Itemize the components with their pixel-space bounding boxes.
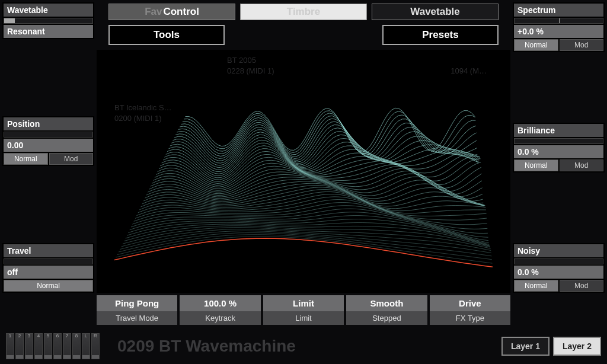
bottom-param-2[interactable]: LimitLimit: [263, 295, 344, 328]
param-wavetable: Wavetable Resonant: [2, 2, 94, 39]
param-spectrum: Spectrum +0.0 % Normal Mod: [513, 2, 605, 52]
meter-5: 5: [44, 333, 52, 359]
bottom-param-value: Smooth: [346, 295, 427, 311]
meter-7: 7: [63, 333, 71, 359]
param-slider[interactable]: [514, 18, 603, 24]
layer-2-button[interactable]: Layer 2: [553, 337, 601, 356]
top-tab-bar: FavControl Timbre Wavetable: [97, 2, 510, 21]
ghost-text: 0228 (MIDI 1): [227, 66, 274, 75]
mode-normal-button[interactable]: Normal: [514, 39, 558, 51]
bottom-param-1[interactable]: 100.0 %Keytrack: [180, 295, 260, 328]
bottom-param-0[interactable]: Ping PongTravel Mode: [97, 295, 177, 328]
right-parameter-panel: Spectrum +0.0 % Normal Mod Brilliance 0.…: [513, 2, 605, 293]
param-brilliance: Brilliance 0.0 % Normal Mod: [513, 123, 605, 173]
bottom-param-label: Limit: [263, 311, 344, 325]
meter-4: 4: [34, 333, 43, 359]
bottom-param-4[interactable]: DriveFX Type: [430, 295, 510, 328]
mode-mod-button[interactable]: Mod: [560, 39, 604, 51]
param-value: 0.0 %: [514, 145, 603, 158]
bottom-param-value: Drive: [430, 295, 510, 311]
param-value: off: [4, 266, 93, 279]
meter-8: 8: [72, 333, 81, 359]
footer-bar: 12345678LR 0209 BT Wavemachine Layer 1 L…: [0, 331, 607, 362]
bottom-param-label: Travel Mode: [97, 311, 177, 325]
tab-wavetable[interactable]: Wavetable: [372, 4, 499, 20]
param-value: 0.0 %: [514, 266, 603, 279]
param-slider[interactable]: [4, 258, 93, 264]
preset-name: 0209 BT Wavemachine: [106, 337, 496, 356]
mode-mod-button[interactable]: Mod: [560, 280, 604, 292]
ghost-text: BT Icelandic S…: [114, 103, 172, 112]
meter-1: 1: [6, 333, 14, 359]
param-label: Brilliance: [514, 124, 603, 137]
param-noisy: Noisy 0.0 % Normal Mod: [513, 243, 605, 293]
ghost-text: 1094 (M…: [451, 66, 487, 75]
mode-normal-button[interactable]: Normal: [514, 159, 558, 171]
mode-mod-button[interactable]: Mod: [49, 153, 94, 165]
bottom-param-value: 100.0 %: [180, 295, 260, 311]
meter-3: 3: [25, 333, 33, 359]
param-value: Resonant: [4, 25, 93, 38]
param-travel: Travel off Normal: [2, 243, 94, 293]
left-parameter-panel: Wavetable Resonant Position 0.00 Normal …: [2, 2, 94, 293]
meter-L: L: [82, 333, 90, 359]
param-slider[interactable]: [4, 18, 93, 24]
tools-button[interactable]: Tools: [108, 25, 225, 45]
ghost-text: BT 2005: [227, 56, 256, 65]
presets-button[interactable]: Presets: [382, 25, 499, 45]
ghost-text: 0200 (MIDI 1): [114, 114, 161, 123]
meter-R: R: [91, 333, 100, 359]
mode-normal-button[interactable]: Normal: [514, 280, 558, 292]
param-slider[interactable]: [514, 258, 603, 264]
wavetable-surface-icon: [97, 50, 510, 293]
layer-1-button[interactable]: Layer 1: [501, 337, 550, 356]
level-meters: 12345678LR: [6, 333, 100, 359]
bottom-param-label: Keytrack: [180, 311, 260, 325]
tab-timbre[interactable]: Timbre: [240, 4, 367, 20]
param-label: Position: [4, 117, 93, 130]
bottom-param-label: Stepped: [346, 311, 427, 325]
mode-normal-button[interactable]: Normal: [4, 280, 93, 292]
meter-2: 2: [15, 333, 24, 359]
bottom-param-3[interactable]: SmoothStepped: [346, 295, 427, 328]
param-label: Noisy: [514, 244, 603, 257]
param-label: Wavetable: [4, 4, 93, 17]
bottom-param-label: FX Type: [430, 311, 510, 325]
tab-control[interactable]: FavControl: [108, 4, 235, 20]
param-value: +0.0 %: [514, 25, 603, 38]
bottom-param-value: Limit: [263, 295, 344, 311]
bottom-parameter-row: Ping PongTravel Mode100.0 %KeytrackLimit…: [97, 295, 510, 328]
param-value: 0.00: [4, 139, 93, 152]
mode-mod-button[interactable]: Mod: [560, 159, 604, 171]
param-position: Position 0.00 Normal Mod: [2, 116, 94, 166]
param-slider[interactable]: [4, 132, 93, 138]
mode-normal-button[interactable]: Normal: [4, 153, 48, 165]
param-slider[interactable]: [514, 138, 603, 144]
wavetable-3d-display[interactable]: BT 2005 0228 (MIDI 1) BT Icelandic S… 02…: [97, 50, 510, 293]
param-label: Travel: [4, 244, 93, 257]
bottom-param-value: Ping Pong: [97, 295, 177, 311]
meter-6: 6: [53, 333, 62, 359]
param-label: Spectrum: [514, 4, 603, 17]
